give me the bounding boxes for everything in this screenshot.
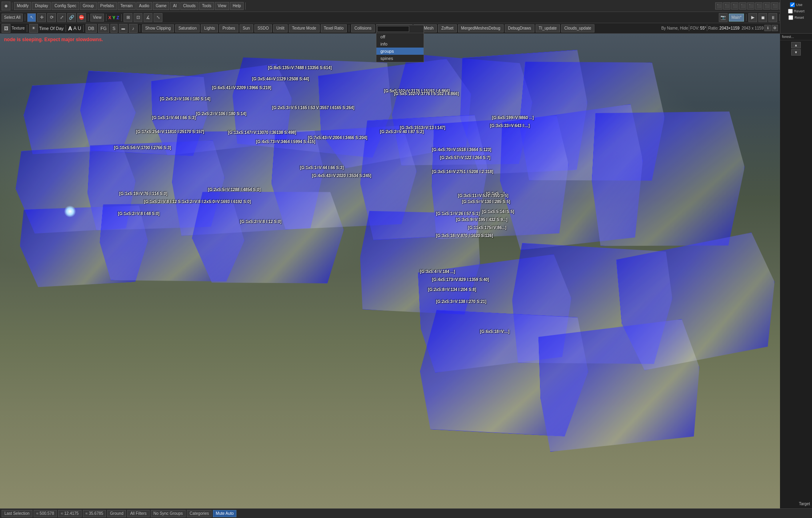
block-icon[interactable]: ▬ [119, 24, 128, 33]
nav-info-icon[interactable]: ℹ [764, 25, 771, 31]
axis-x-label: X [108, 15, 111, 20]
unlink-tool-icon[interactable]: ⛔ [77, 13, 86, 22]
move-tool-icon[interactable]: ✛ [37, 13, 46, 22]
dropdown-search-input[interactable] [377, 26, 409, 32]
grid-icon[interactable]: ⊡ [134, 13, 142, 22]
coord-y-item[interactable]: ≈ 12.4175 [58, 510, 81, 517]
link-tool-icon[interactable]: 🔗 [67, 13, 76, 22]
nav-settings-icon[interactable]: ⚙ [772, 25, 778, 31]
no-sync-groups-item[interactable]: No Sync Groups [151, 510, 186, 517]
select-tool-icon[interactable]: ↖ [27, 13, 36, 22]
menu-tools[interactable]: Tools [199, 2, 214, 10]
texel-ratio-button[interactable]: Texel Ratio [321, 24, 347, 32]
menu-view[interactable]: View [215, 2, 229, 10]
separator2 [245, 2, 246, 10]
lights-button[interactable]: Lights [201, 24, 218, 32]
music-icon[interactable]: ♪ [129, 24, 138, 33]
texture-icon[interactable]: 🖼 [2, 24, 10, 33]
menu-terrain[interactable]: Terrain [118, 2, 136, 10]
saturation-button[interactable]: Saturation [175, 24, 200, 32]
toolbar-icon-5[interactable]: ⬛ [747, 2, 754, 10]
nav-icon-2[interactable]: ⏹ [758, 13, 767, 22]
dropdown-groups[interactable]: groups [376, 48, 424, 55]
toolbar-icon-3[interactable]: ⬛ [731, 2, 738, 10]
probes-button[interactable]: Probes [219, 24, 238, 32]
nav-icon-3[interactable]: ⏸ [768, 13, 777, 22]
toolbar-icon-4[interactable]: ⬛ [739, 2, 746, 10]
right-detail-panel: forest... ▲ ▼ [780, 34, 812, 508]
sep7 [746, 14, 746, 21]
toolbar-icon-2[interactable]: ⬛ [723, 2, 730, 10]
debug-draws-button[interactable]: DebugDraws [505, 24, 534, 32]
select-all-button[interactable]: Select All [2, 14, 23, 22]
texture-label: Texture [12, 26, 25, 30]
angle-snap-icon[interactable]: ∡ [144, 13, 152, 22]
text-a-label: A [68, 25, 72, 32]
s-icon[interactable]: S [110, 24, 118, 33]
collisions-button[interactable]: Collisions [351, 24, 375, 32]
nav-bar: By Name, Hide FOV: 55° Ratio: 2043×1159 … [661, 25, 778, 31]
menu-help[interactable]: Help [230, 2, 244, 10]
view-button[interactable]: View [90, 14, 104, 22]
top-toolbar: ◈ Modify Display Config Spec Group Prefa… [0, 0, 812, 12]
snap-icon[interactable]: ⊞ [124, 13, 132, 22]
use-checkbox[interactable] [790, 2, 795, 7]
show-clipping-button[interactable]: Show Clipping [142, 24, 174, 32]
scale-tool-icon[interactable]: ⤢ [57, 13, 66, 22]
last-selection-item[interactable]: Last Selection [2, 510, 32, 517]
toolbar-icon-7[interactable]: ⬛ [763, 2, 770, 10]
texture-mode-button[interactable]: Texture Mode [289, 24, 320, 32]
bottom-bar: Last Selection ≈ 500.578 ≈ 12.4175 ≈ 35.… [0, 508, 812, 518]
menu-modify[interactable]: Modify [14, 2, 31, 10]
arrow-down-icon[interactable]: ▼ [791, 49, 801, 56]
dropdown-spines[interactable]: spines [376, 55, 424, 62]
rotate-tool-icon[interactable]: ⟳ [47, 13, 56, 22]
all-filters-item[interactable]: All Filters [127, 510, 149, 517]
merged-meshes-button[interactable]: MergedMeshesDebug [458, 24, 504, 32]
by-name-hide-label: By Name, Hide [661, 26, 688, 30]
arrow-up-icon[interactable]: ▲ [791, 42, 801, 48]
use-label: Use [796, 3, 802, 7]
coord-x-item[interactable]: ≈ 500.578 [34, 510, 57, 517]
ground-item[interactable]: Ground [107, 510, 126, 517]
ti-update-button[interactable]: TI_update [536, 24, 560, 32]
separator [12, 2, 12, 10]
menu-game[interactable]: Game [153, 2, 169, 10]
nav-icon-1[interactable]: ▶ [748, 13, 757, 22]
camera-icon[interactable]: 📷 [719, 13, 728, 22]
forest-item[interactable]: forest... [780, 34, 812, 40]
fg-icon[interactable]: FG [98, 24, 109, 33]
app-logo-icon[interactable]: ◈ [2, 2, 10, 10]
menu-audio[interactable]: Audio [136, 2, 152, 10]
zoffset-button[interactable]: Zoffset [438, 24, 456, 32]
menu-prefabs[interactable]: Prefabs [98, 2, 117, 10]
main-mode-dropdown[interactable]: Main* [729, 14, 744, 22]
scale-snap-icon[interactable]: ⤡ [154, 13, 162, 22]
reset-checkbox[interactable] [788, 15, 793, 20]
menu-clouds[interactable]: Clouds [180, 2, 198, 10]
sun-button[interactable]: Sun [240, 24, 253, 32]
toolbar-icon-6[interactable]: ⬛ [755, 2, 762, 10]
toolbar-icon-8[interactable]: ⬛ [771, 2, 778, 10]
sep13 [349, 25, 349, 32]
revert-checkbox[interactable] [788, 9, 793, 14]
db-icon[interactable]: DB [86, 24, 97, 33]
toolbar-icon-1[interactable]: ⬛ [715, 2, 722, 10]
sun-icon[interactable]: ☀ [29, 24, 38, 33]
dropdown-info[interactable]: info [376, 40, 424, 48]
menu-group[interactable]: Group [80, 2, 97, 10]
ssdo-button[interactable]: SSDO [254, 24, 272, 32]
categories-item[interactable]: Categories [187, 510, 212, 517]
ratio-label: Ratio: [708, 26, 718, 30]
dropdown-off[interactable]: off [376, 33, 424, 40]
menu-display[interactable]: Display [32, 2, 51, 10]
coord-z-item[interactable]: ≈ 35.6785 [83, 510, 106, 517]
sep11 [83, 25, 84, 32]
mute-auto-item[interactable]: Mute Auto [213, 510, 236, 517]
clouds-update-button[interactable]: Clouds_update [561, 24, 594, 32]
menu-ai[interactable]: AI [170, 2, 179, 10]
mesh-16 [588, 102, 748, 253]
menu-config-spec[interactable]: Config Spec [52, 2, 79, 10]
viewport: node is sleeping. Expect major slowdowns… [0, 34, 780, 508]
unlit-button[interactable]: Unlit [273, 24, 288, 32]
